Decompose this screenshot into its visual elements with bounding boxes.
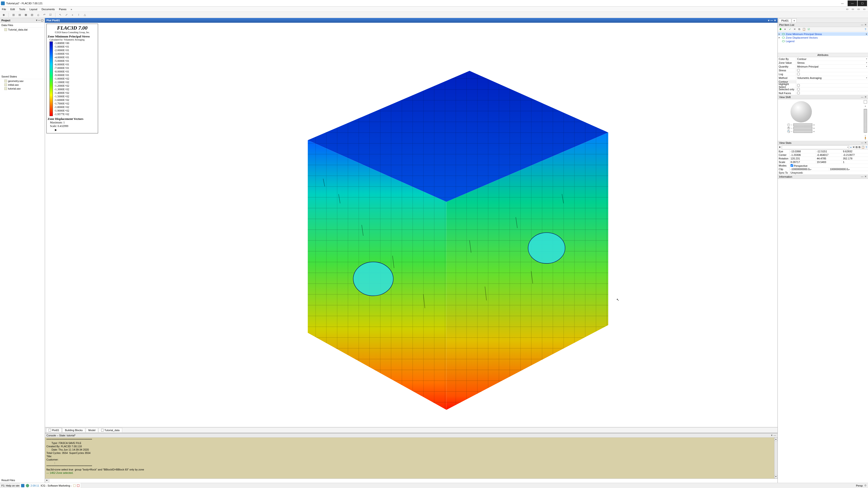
tree-item[interactable]: geometry.sav	[0, 79, 45, 83]
measure-icon[interactable]: ⟟	[76, 12, 81, 17]
tab-plot01[interactable]: Plot01	[46, 428, 62, 432]
console-dropdown-icon[interactable]: ▾	[771, 434, 773, 437]
section-close-icon[interactable]: ✕	[864, 175, 867, 178]
attribute-value[interactable]: Volumetric Averaging▾	[796, 77, 868, 79]
menu-file[interactable]: File	[1, 7, 7, 11]
pan-slider[interactable]	[794, 127, 812, 129]
minus-icon[interactable]: −	[790, 127, 793, 129]
visibility-icon[interactable]	[782, 33, 785, 35]
dropdown-icon[interactable]: ▾	[866, 65, 867, 67]
tree-item[interactable]: initial.sav	[0, 83, 45, 87]
expand-icon[interactable]: ▸	[779, 32, 781, 35]
help-icon[interactable]: ?	[866, 146, 867, 149]
console-output[interactable]: ****************************************…	[45, 437, 777, 479]
model-render[interactable]	[102, 25, 776, 425]
plus-icon[interactable]: +	[813, 123, 815, 126]
attribute-row[interactable]: Null Faces	[778, 91, 868, 95]
plot-header-close-icon[interactable]: ✕	[774, 19, 776, 22]
attribute-checkbox[interactable]	[797, 84, 800, 87]
viewstats-cell[interactable]: 19.5483	[816, 161, 842, 163]
attribute-checkbox[interactable]	[797, 73, 800, 75]
attribute-value[interactable]	[796, 92, 868, 94]
section-close-icon[interactable]: ✕	[864, 95, 867, 98]
attribute-row[interactable]: Highlight Select	[778, 84, 868, 87]
layout-icon-1[interactable]: ▥	[11, 12, 16, 17]
person-icon[interactable]: 🧍	[864, 137, 867, 140]
section-min-icon[interactable]: —	[861, 23, 864, 26]
plot-header-min-icon[interactable]: —	[770, 19, 773, 22]
remove-icon[interactable]: ✕	[852, 146, 855, 149]
attribute-row[interactable]: Log	[778, 72, 868, 76]
section-min-icon[interactable]: —	[861, 175, 864, 178]
spinner-icon[interactable]: ▴▾	[848, 169, 850, 171]
right-tab-add[interactable]: +	[792, 19, 797, 23]
viewstats-cell[interactable]: -12.5151	[816, 150, 842, 153]
layout-icon-4[interactable]: ▧	[30, 12, 34, 17]
layout-icon-3[interactable]: ▦	[24, 12, 28, 17]
checkmark-icon[interactable]: ✓	[788, 28, 792, 31]
tab-tutorial-data[interactable]: Tutorial_data	[98, 428, 122, 432]
paste-icon[interactable]: ⧉	[859, 146, 861, 149]
attribute-checkbox[interactable]	[797, 92, 800, 94]
panel-close-icon[interactable]: ▢	[41, 19, 43, 22]
console-run-icon[interactable]: ▸	[45, 479, 49, 483]
copy-icon[interactable]: ⧉	[798, 28, 801, 31]
expand-icon[interactable]: ▸	[779, 36, 781, 39]
spinner-icon[interactable]: ▴▾	[809, 169, 811, 171]
attribute-value[interactable]: Stress▾	[796, 61, 868, 64]
zoom-slider[interactable]	[794, 130, 812, 133]
toolbar-icon-c[interactable]: ▭	[856, 7, 861, 11]
maximize-button[interactable]: ▢	[858, 0, 867, 6]
visibility-icon[interactable]	[782, 37, 785, 39]
scroll-down-icon[interactable]: ▾	[774, 475, 777, 479]
axes-icon[interactable]: △	[83, 12, 87, 17]
minus-icon[interactable]: −	[865, 134, 866, 137]
dropdown-icon[interactable]: ▾	[866, 77, 867, 79]
right-tab-plot01[interactable]: Plot01	[779, 19, 791, 23]
minus-icon[interactable]: −	[790, 123, 793, 126]
menu-panes[interactable]: Panes	[59, 7, 67, 11]
plus-icon[interactable]: +	[865, 105, 866, 108]
plot-item-row[interactable]: ▸ Legend	[778, 39, 868, 43]
reset-view-icon[interactable]	[864, 100, 867, 103]
rotate-slider[interactable]	[794, 123, 812, 126]
scroll-up-icon[interactable]: ▴	[774, 437, 777, 441]
attribute-value[interactable]	[796, 84, 868, 87]
section-close-icon[interactable]: ✕	[864, 23, 867, 26]
tool-icon[interactable]: ✦	[779, 146, 781, 149]
tree-item[interactable]: tutorial.sav	[0, 87, 45, 91]
section-close-icon[interactable]: ✕	[864, 141, 867, 144]
trackball[interactable]	[790, 101, 812, 122]
add-icon[interactable]: +	[850, 146, 851, 149]
copy-icon[interactable]: ⧉	[856, 146, 858, 149]
viewstats-cell[interactable]: -13.0368	[789, 150, 816, 153]
viewstats-cell[interactable]: 44.4785	[816, 157, 842, 160]
dropdown-icon[interactable]: ▾	[866, 33, 867, 35]
plus-icon[interactable]: +	[813, 127, 815, 129]
viewstats-cell[interactable]: Unsynced▾	[789, 171, 868, 174]
attribute-row[interactable]: QuantityMinimum Principal▾	[778, 65, 868, 68]
tab-building-blocks[interactable]: Building Blocks	[62, 428, 85, 432]
minus-icon[interactable]: −	[790, 130, 793, 133]
minimize-button-dark[interactable]: —	[848, 0, 857, 6]
pointer-icon[interactable]: ↖	[58, 12, 63, 17]
panel-minimize-icon[interactable]: —	[38, 19, 40, 22]
add-item-icon[interactable]: ✚	[779, 28, 782, 31]
viewstats-cell[interactable]: 9.62832	[842, 150, 868, 153]
menu-layout[interactable]: Layout	[29, 7, 38, 11]
viewstats-cell[interactable]: 120.231	[789, 157, 816, 160]
toolbar-icon-a[interactable]: ▭	[845, 7, 849, 11]
viewstats-cell[interactable]: 1	[842, 161, 868, 163]
viewstats-cell[interactable]: 352.178	[842, 157, 868, 160]
viewstats-cell[interactable]: -10000000000.0▴▾	[789, 168, 829, 171]
dropdown-icon[interactable]: ▾	[866, 58, 867, 60]
paste-icon[interactable]: 📋	[802, 28, 806, 31]
toolbar-icon-d[interactable]: ▭	[862, 7, 867, 11]
plot-item-row[interactable]: ▸ Zone Displacement Vectors	[778, 36, 868, 39]
dropdown-icon[interactable]: ▾	[802, 172, 803, 174]
attribute-row[interactable]: Stress	[778, 68, 868, 72]
attribute-value[interactable]	[796, 69, 868, 71]
attribute-row[interactable]: Zone ValueStress▾	[778, 61, 868, 65]
toolbar-icon-b[interactable]: ▭	[850, 7, 855, 11]
check-box-icon[interactable]: ☑	[807, 28, 810, 31]
